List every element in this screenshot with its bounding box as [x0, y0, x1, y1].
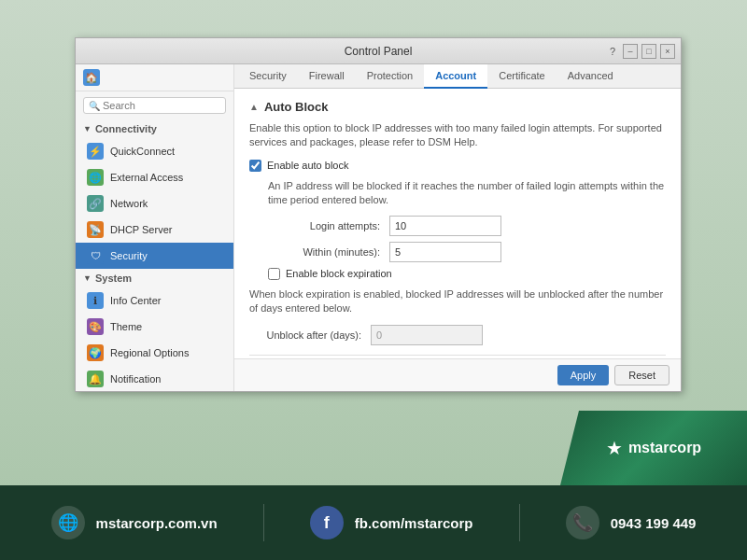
sidebar-item-info-center[interactable]: ℹ Info Center [76, 287, 233, 314]
divider [249, 355, 666, 356]
window-title: Control Panel [345, 45, 413, 58]
sidebar-item-theme[interactable]: 🎨 Theme [76, 314, 233, 340]
info-center-label: Info Center [110, 295, 161, 306]
network-label: Network [110, 198, 148, 209]
title-bar: Control Panel ? – □ × [76, 38, 681, 64]
banner-divider-1 [263, 504, 264, 541]
theme-icon: 🎨 [87, 318, 104, 335]
dhcp-icon: 📡 [87, 221, 104, 238]
indent-description: An IP address will be blocked if it reac… [268, 179, 666, 208]
network-icon: 🔗 [87, 195, 104, 212]
banner-website: 🌐 mstarcorp.com.vn [51, 506, 218, 539]
banner-facebook: f fb.com/mstarcorp [310, 506, 473, 539]
section-chevron-icon: ▲ [249, 102, 259, 112]
sidebar-search-container: 🔍 [83, 97, 226, 114]
close-button[interactable]: × [660, 44, 675, 59]
system-label: System [95, 273, 132, 284]
login-attempts-input[interactable] [389, 216, 501, 236]
reset-button[interactable]: Reset [614, 365, 669, 385]
enable-auto-block-label: Enable auto block [267, 160, 348, 171]
chevron-down-icon-2: ▼ [83, 273, 92, 283]
search-icon: 🔍 [89, 101, 100, 111]
sidebar-item-network[interactable]: 🔗 Network [76, 190, 233, 217]
bottom-banner: 🌐 mstarcorp.com.vn f fb.com/mstarcorp 📞 … [0, 485, 747, 560]
phone-icon: 📞 [566, 506, 599, 539]
notification-label: Notification [110, 373, 161, 385]
chevron-down-icon: ▼ [83, 124, 92, 133]
enable-auto-block-checkbox[interactable] [249, 160, 261, 172]
tabs-bar: Security Firewall Protection Account Cer… [234, 64, 681, 89]
dhcp-label: DHCP Server [110, 224, 172, 235]
expiration-description: When block expiration is enabled, blocke… [249, 287, 666, 316]
search-input[interactable] [103, 100, 220, 111]
theme-label: Theme [110, 321, 142, 332]
minimize-button[interactable]: – [623, 44, 638, 59]
tab-protection[interactable]: Protection [356, 64, 425, 89]
enable-auto-block-row: Enable auto block [249, 160, 666, 172]
logo-area: ★ mstarcorp [560, 411, 747, 485]
within-minutes-label: Within (minutes): [268, 246, 380, 258]
security-label: Security [110, 250, 148, 261]
unblock-after-label: Unblock after (days): [249, 329, 361, 341]
logo-star-icon: ★ [606, 437, 623, 459]
sidebar-home: 🏠 [76, 64, 233, 91]
sidebar-item-notification[interactable]: 🔔 Notification [76, 366, 233, 391]
sidebar-item-quickconnect[interactable]: ⚡ QuickConnect [76, 138, 233, 164]
notification-icon: 🔔 [87, 371, 104, 387]
connectivity-label: Connectivity [95, 123, 157, 134]
website-text: mstarcorp.com.vn [96, 515, 218, 531]
logo-text: mstarcorp [628, 440, 701, 456]
globe-icon: 🌐 [51, 506, 85, 539]
sidebar-item-regional[interactable]: 🌍 Regional Options [76, 340, 233, 366]
maximize-button[interactable]: □ [641, 44, 656, 59]
window-body: 🏠 🔍 ▼ Connectivity ⚡ QuickConnect 🌐 Exte… [76, 64, 681, 391]
auto-block-title: Auto Block [264, 100, 329, 114]
external-access-icon: 🌐 [87, 169, 104, 186]
unblock-after-row: Unblock after (days): [249, 325, 666, 345]
tab-advanced[interactable]: Advanced [557, 64, 625, 89]
quickconnect-label: QuickConnect [110, 146, 175, 157]
sidebar: 🏠 🔍 ▼ Connectivity ⚡ QuickConnect 🌐 Exte… [76, 64, 234, 391]
auto-block-settings: An IP address will be blocked if it reac… [268, 179, 666, 280]
login-attempts-label: Login attempts: [268, 220, 380, 231]
help-icon[interactable]: ? [610, 46, 615, 57]
banner-divider-2 [519, 504, 520, 541]
screen: Control Panel ? – □ × 🏠 🔍 ▼ [0, 0, 747, 560]
phone-text: 0943 199 449 [611, 515, 697, 531]
within-minutes-row: Within (minutes): [268, 242, 666, 262]
login-attempts-row: Login attempts: [268, 216, 666, 236]
unblock-after-input[interactable] [371, 325, 483, 345]
facebook-icon: f [310, 506, 344, 539]
content-area: ▲ Auto Block Enable this option to block… [234, 89, 681, 358]
main-content: Security Firewall Protection Account Cer… [234, 64, 681, 391]
sidebar-item-security[interactable]: 🛡 Security [76, 243, 233, 269]
regional-label: Regional Options [110, 347, 189, 358]
auto-block-header: ▲ Auto Block [249, 100, 666, 114]
quickconnect-icon: ⚡ [87, 143, 104, 160]
tab-firewall[interactable]: Firewall [298, 64, 356, 89]
external-access-label: External Access [110, 172, 183, 183]
content-footer: Apply Reset [234, 358, 681, 391]
tab-certificate[interactable]: Certificate [487, 64, 557, 89]
banner-phone: 📞 0943 199 449 [566, 506, 697, 539]
sidebar-item-dhcp[interactable]: 📡 DHCP Server [76, 217, 233, 243]
home-icon[interactable]: 🏠 [83, 69, 100, 86]
tab-account[interactable]: Account [424, 64, 487, 89]
window-controls: ? – □ × [610, 44, 675, 59]
facebook-text: fb.com/mstarcorp [355, 515, 473, 531]
sidebar-item-external-access[interactable]: 🌐 External Access [76, 164, 233, 190]
security-icon: 🛡 [87, 247, 104, 264]
within-minutes-input[interactable] [389, 242, 501, 262]
connectivity-section-header: ▼ Connectivity [76, 119, 233, 138]
system-section-header: ▼ System [76, 269, 233, 287]
enable-block-expiration-checkbox[interactable] [268, 268, 280, 280]
control-panel-window: Control Panel ? – □ × 🏠 🔍 ▼ [75, 37, 682, 392]
enable-block-expiration-label: Enable block expiration [286, 268, 392, 279]
enable-block-expiration-row: Enable block expiration [268, 268, 666, 280]
regional-icon: 🌍 [87, 344, 104, 361]
auto-block-description: Enable this option to block IP addresses… [249, 121, 666, 150]
apply-button[interactable]: Apply [557, 365, 610, 385]
info-center-icon: ℹ [87, 292, 104, 309]
tab-security[interactable]: Security [238, 64, 298, 89]
